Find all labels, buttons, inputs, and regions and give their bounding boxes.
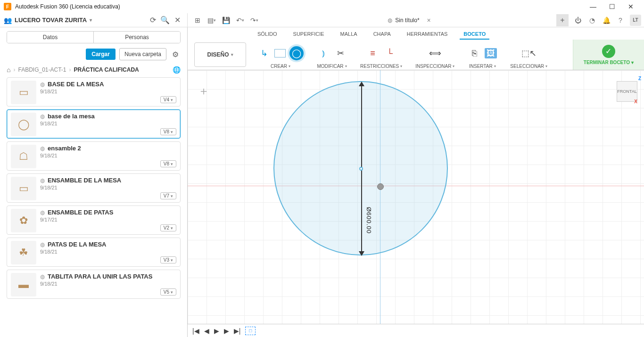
cube-icon: ◍ [40, 113, 45, 120]
group-label-crear: CREAR [271, 64, 287, 69]
coincident-constraint-icon[interactable]: └ [383, 47, 396, 60]
breadcrumb-folder[interactable]: PRÁCTICA CALIFICADA [74, 66, 139, 73]
redo-button[interactable]: ↷▾ [248, 14, 260, 26]
user-menu[interactable]: LUCERO TOVAR ZURITA ▾ [15, 16, 147, 24]
help-button[interactable]: ? [614, 14, 627, 27]
view-cube[interactable]: Z FRONTAL X [617, 76, 637, 107]
workspace-switcher[interactable]: DISEÑO▾ [194, 42, 246, 67]
file-date: 9/18/21 [40, 89, 176, 94]
app-logo: F [4, 3, 11, 10]
file-thumbnail: ☖ [11, 145, 36, 168]
timeline-first-button[interactable]: |◀ [192, 327, 199, 335]
save-button[interactable]: 💾 [220, 14, 232, 26]
ribbon-tabs: SÓLIDO SUPERFICIE MALLA CHAPA HERRAMIENT… [188, 27, 644, 40]
window-minimize-button[interactable]: — [584, 0, 603, 13]
file-version-dropdown[interactable]: V5▾ [160, 288, 176, 296]
ribbon-tab-superficie[interactable]: SUPERFICIE [289, 29, 328, 40]
file-thumbnail: ☘ [11, 241, 36, 264]
file-card[interactable]: ▭◍ENSAMBLE DE LA MESA9/18/21V7▾ [7, 173, 181, 203]
tab-personas[interactable]: Personas [93, 32, 180, 43]
show-data-panel-button[interactable]: ⊞ [191, 14, 204, 26]
file-list[interactable]: ▭◍BASE DE LA MESA9/18/21V4▾◯◍base de la … [0, 77, 187, 337]
search-button[interactable]: 🔍 [159, 14, 171, 26]
dimension-value[interactable]: Ø600.00 [365, 207, 372, 234]
window-maximize-button[interactable]: ☐ [603, 0, 621, 13]
toolgroup-insertar: ⎘ 🖼 INSERTAR▾ [461, 40, 504, 70]
toolgroup-seleccionar: ⬚↖ SELECCIONAR▾ [504, 40, 554, 70]
insert-image-icon[interactable]: 🖼 [485, 48, 497, 58]
timeline-next-button[interactable]: ▶ [224, 327, 229, 335]
refresh-button[interactable]: ⟳ [147, 14, 159, 26]
window-close-button[interactable]: ✕ [621, 0, 640, 13]
timeline-prev-button[interactable]: ◀ [204, 327, 209, 335]
file-title: PATAS DE LA MESA [48, 241, 106, 248]
ribbon-tab-malla[interactable]: MALLA [337, 29, 361, 40]
group-label-restricciones: RESTRICCIONES [360, 64, 399, 69]
file-version-dropdown[interactable]: V3▾ [160, 256, 176, 263]
file-menu-button[interactable]: ▤▾ [206, 14, 218, 26]
upload-button[interactable]: Cargar [86, 49, 116, 60]
breadcrumb-sep: › [13, 66, 15, 73]
file-card[interactable]: ✿◍ENSAMBLE DE PATAS9/17/21V2▾ [7, 205, 181, 235]
settings-gear-icon[interactable]: ⚙ [170, 50, 181, 59]
file-title: TABLITA PARA LA UNIR LAS PATAS [48, 273, 152, 280]
close-panel-button[interactable]: ✕ [171, 14, 183, 26]
circle-tool-icon[interactable]: ◯ [289, 46, 304, 60]
ribbon-tab-solido[interactable]: SÓLIDO [254, 29, 281, 40]
breadcrumb-project[interactable]: FABDIG_01-ACT-1 [18, 66, 66, 73]
open-web-icon[interactable]: 🌐 [173, 66, 181, 74]
undo-button[interactable]: ↶▾ [234, 14, 246, 26]
origin-point[interactable] [377, 183, 384, 190]
timeline-last-button[interactable]: ▶| [234, 327, 241, 335]
file-version-dropdown[interactable]: V7▾ [160, 192, 176, 199]
sketch-canvas[interactable]: Ø600.00 ＋ Z FRONTAL X [188, 70, 644, 324]
group-label-inspeccionar: INSPECCIONAR [415, 64, 451, 69]
file-version-dropdown[interactable]: V4▾ [160, 96, 176, 103]
close-tab-button[interactable]: × [427, 16, 431, 24]
cube-icon: ◍ [40, 209, 45, 216]
job-status-button[interactable]: ◔ [586, 14, 599, 27]
breadcrumb: ⌂ › FABDIG_01-ACT-1 › PRÁCTICA CALIFICAD… [0, 63, 187, 77]
file-version-dropdown[interactable]: V2▾ [160, 224, 176, 231]
file-date: 9/18/21 [40, 121, 176, 126]
file-card[interactable]: ▭◍BASE DE LA MESA9/18/21V4▾ [7, 77, 181, 107]
ribbon-tab-boceto[interactable]: BOCETO [460, 29, 489, 40]
tab-datos[interactable]: Datos [7, 32, 93, 43]
new-tab-button[interactable]: + [556, 14, 569, 26]
measure-tool-icon[interactable]: ⟺ [429, 47, 442, 60]
user-name: LUCERO TOVAR ZURITA [15, 16, 87, 24]
timeline-sketch-node[interactable]: □ [245, 327, 256, 335]
file-thumbnail: ▭ [11, 177, 36, 200]
top-strip: 👥 LUCERO TOVAR ZURITA ▾ ⟳ 🔍 ✕ ⊞ ▤▾ 💾 ↶▾ … [0, 13, 644, 27]
line-tool-icon[interactable]: ↳ [257, 47, 271, 60]
cube-icon: ◍ [40, 81, 45, 88]
horizontal-constraint-icon[interactable]: ≡ [366, 47, 380, 60]
trim-tool-icon[interactable]: ✂ [334, 47, 347, 60]
data-panel-actions: Cargar Nueva carpeta ⚙ [0, 45, 187, 63]
group-label-seleccionar: SELECCIONAR [510, 64, 544, 69]
file-version-dropdown[interactable]: V8▾ [160, 160, 176, 167]
timeline-play-button[interactable]: ▶ [214, 327, 219, 335]
file-date: 9/17/21 [40, 217, 176, 222]
fillet-tool-icon[interactable]: ⦆ [317, 47, 330, 60]
extensions-button[interactable]: ⏻ [571, 14, 585, 27]
workspace-label: DISEÑO [207, 51, 229, 58]
finish-sketch-button[interactable]: ✓ TERMINAR BOCETO▾ [573, 40, 644, 70]
document-tab[interactable]: ◍ Sin título* × [383, 15, 436, 27]
file-card[interactable]: ◯◍base de la mesa9/18/21V8▾ [7, 109, 181, 139]
notifications-button[interactable]: 🔔 [600, 14, 613, 27]
home-icon[interactable]: ⌂ [7, 66, 10, 74]
rectangle-tool-icon[interactable] [274, 49, 286, 58]
file-version-dropdown[interactable]: V8▾ [160, 128, 176, 135]
new-folder-button[interactable]: Nueva carpeta [119, 48, 166, 60]
file-thumbnail: ▭ [11, 81, 36, 104]
circle-center-point[interactable] [359, 167, 363, 171]
file-card[interactable]: ▬◍TABLITA PARA LA UNIR LAS PATAS9/18/21V… [7, 270, 181, 299]
select-tool-icon[interactable]: ⬚↖ [522, 47, 536, 60]
ribbon-tab-chapa[interactable]: CHAPA [370, 29, 395, 40]
user-avatar[interactable]: LT [630, 15, 641, 26]
file-card[interactable]: ☖◍ensamble 29/18/21V8▾ [7, 141, 181, 171]
file-card[interactable]: ☘◍PATAS DE LA MESA9/18/21V3▾ [7, 238, 181, 267]
insert-derive-icon[interactable]: ⎘ [468, 47, 481, 60]
ribbon-tab-herramientas[interactable]: HERRAMIENTAS [403, 29, 452, 40]
